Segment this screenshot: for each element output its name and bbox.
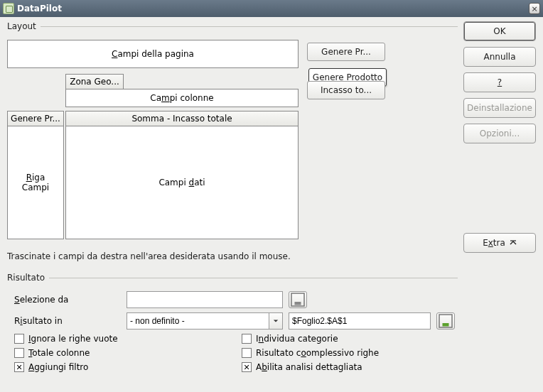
result-in-dropdown-button[interactable] bbox=[269, 312, 283, 330]
field-genre-button[interactable]: Genere Pr... bbox=[307, 43, 385, 61]
check-add-filter[interactable]: ✕ Aggiungi filtro bbox=[14, 362, 227, 372]
row-fields-label-2: Campi bbox=[22, 183, 49, 192]
data-header-sum[interactable]: Somma - Incasso totale bbox=[65, 111, 299, 126]
dialog-body: Layout Campi della pagina Zona Geo... Ca… bbox=[0, 17, 543, 392]
row-fields-area[interactable]: Riga Campi bbox=[7, 126, 64, 239]
selection-shrink-button[interactable] bbox=[289, 291, 307, 308]
selection-from-input[interactable] bbox=[127, 291, 283, 308]
check-drill-down[interactable]: ✕ Abilita analisi dettagliata bbox=[242, 362, 455, 372]
result-in-ref-input[interactable] bbox=[289, 312, 431, 330]
checkbox-icon bbox=[14, 334, 24, 344]
app-icon bbox=[3, 3, 14, 14]
window-title: DataPilot bbox=[17, 4, 529, 13]
options-button: Opzioni... bbox=[463, 124, 536, 143]
ok-button[interactable]: OK bbox=[463, 21, 536, 41]
checkbox-icon bbox=[242, 334, 252, 344]
check-ignore-empty[interactable]: Ignora le righe vuote bbox=[14, 334, 227, 344]
left-column: Layout Campi della pagina Zona Geo... Ca… bbox=[7, 21, 458, 385]
close-button[interactable]: × bbox=[529, 3, 540, 14]
checkbox-icon bbox=[242, 348, 252, 358]
check-total-rows-label: omplessivo righe bbox=[306, 348, 379, 358]
check-total-rows[interactable]: Risultato coomplessivo righe bbox=[242, 348, 455, 358]
checkbox-icon bbox=[14, 348, 24, 358]
column-header-zone[interactable]: Zona Geo... bbox=[65, 74, 124, 89]
checkbox-icon: ✕ bbox=[14, 362, 24, 372]
selection-from-text: elezione da bbox=[20, 295, 69, 305]
check-total-cols-label: otale colonne bbox=[32, 348, 90, 358]
check-total-columns[interactable]: Totale colonne bbox=[14, 348, 227, 358]
help-button[interactable]: ? bbox=[463, 72, 536, 92]
check-detect-categories[interactable]: Individua categorie bbox=[242, 334, 455, 344]
page-fields-area[interactable]: Campi della pagina bbox=[7, 40, 299, 68]
extra-button[interactable]: Extra bbox=[463, 233, 536, 253]
collapse-up-icon bbox=[510, 239, 517, 246]
row-header-genre[interactable]: Genere Pr... bbox=[7, 111, 64, 126]
layout-area: Campi della pagina Zona Geo... Campi col… bbox=[7, 34, 458, 247]
button-column: OK Annulla ? Deinstallazione Opzioni... … bbox=[463, 21, 536, 385]
check-ignore-empty-label: gnora le righe vuote bbox=[31, 334, 118, 344]
uninstall-button: Deinstallazione bbox=[463, 98, 536, 118]
selection-from-label: Selezione da bbox=[14, 295, 121, 305]
cancel-button[interactable]: Annulla bbox=[463, 47, 536, 67]
layout-group: Layout Campi della pagina Zona Geo... Ca… bbox=[7, 21, 458, 261]
check-add-filter-label: ggiungi filtro bbox=[34, 362, 88, 372]
layout-hint: Trascinate i campi da destra nell'area d… bbox=[7, 251, 458, 261]
result-legend: Risultato bbox=[7, 273, 49, 283]
checkbox-icon: ✕ bbox=[242, 362, 252, 372]
result-in-text: sultato in bbox=[23, 316, 63, 326]
data-fields-area[interactable]: Campi dati bbox=[65, 126, 299, 239]
result-group: Risultato Selezione da Risultato in bbox=[7, 273, 458, 372]
column-fields-area[interactable]: Campi colonne bbox=[65, 89, 299, 107]
extra-button-label: tra bbox=[493, 238, 505, 248]
svg-rect-1 bbox=[295, 302, 301, 305]
check-detect-cat-label: dividua categorie bbox=[264, 334, 338, 344]
column-fields-label: pi colonne bbox=[170, 93, 214, 103]
result-in-combo[interactable] bbox=[127, 312, 269, 330]
result-in-shrink-button[interactable] bbox=[436, 312, 455, 330]
field-income-button[interactable]: Incasso to... bbox=[307, 81, 385, 99]
check-drill-label: ilita analisi dettagliata bbox=[267, 362, 362, 372]
title-bar: DataPilot × bbox=[0, 0, 543, 17]
page-fields-label: ampi della pagina bbox=[117, 49, 194, 59]
layout-legend: Layout bbox=[7, 21, 41, 31]
result-in-label: Risultato in bbox=[14, 316, 121, 326]
row-fields-label-1: iga bbox=[32, 173, 45, 183]
data-fields-label: ati bbox=[194, 178, 205, 187]
svg-rect-3 bbox=[443, 323, 449, 327]
